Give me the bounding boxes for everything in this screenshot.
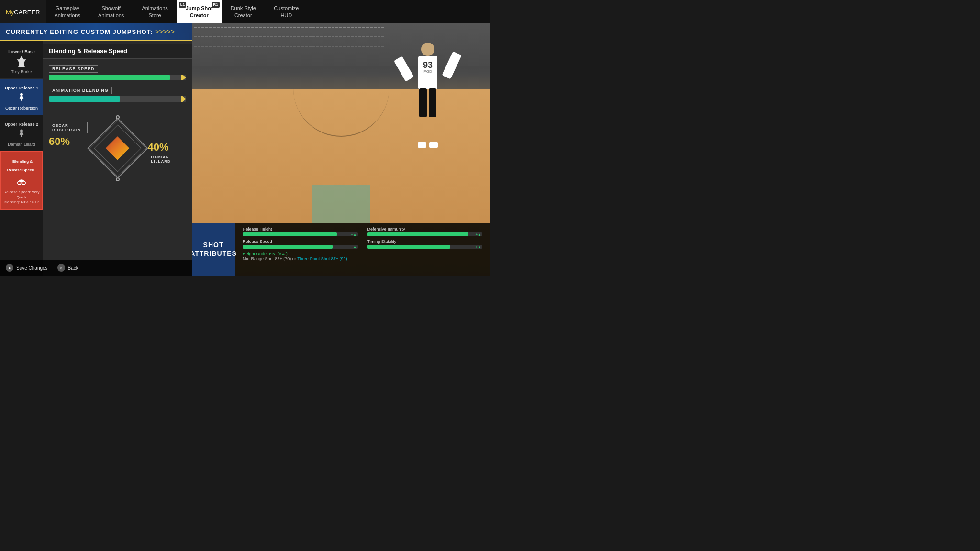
- footnote-height: Height Under 6'5" (6'4"): [243, 252, 288, 256]
- nav-jump-shot[interactable]: L1 Jump Shot Creator R1: [177, 0, 222, 23]
- svg-point-0: [18, 181, 21, 185]
- blend-release-title: Blending & Release Speed: [43, 44, 192, 59]
- animation-blend-track[interactable]: [49, 96, 186, 102]
- shot-attributes-label: SHOT ATTRIBUTES: [192, 223, 235, 276]
- save-label: Save Changes: [16, 265, 48, 271]
- release-speed-arrow: [181, 75, 186, 80]
- attr-release-speed: Release Speed +▲: [243, 239, 358, 249]
- nav-gameplay[interactable]: Gameplay Animations: [46, 0, 89, 23]
- header-banner: CURRENTLY EDITING CUSTOM JUMPSHOT: >>>>>: [0, 23, 192, 41]
- attr-timing-stability: Timing Stability +▲: [368, 239, 483, 249]
- timing-stability-track: +▲: [368, 245, 483, 249]
- timing-stability-fill: [368, 245, 450, 249]
- blending-icon: [15, 175, 28, 188]
- player2-name: DAMIAN LILLARD: [148, 154, 187, 165]
- player-silhouette: 93 PGD: [404, 43, 452, 148]
- attr-release-height: Release Height +▲: [243, 227, 358, 236]
- defensive-immunity-marker: +▲: [475, 232, 481, 237]
- release-speed-bar-fill: [243, 245, 333, 249]
- player1-name: OSCAR ROBERTSON: [49, 122, 88, 133]
- animation-blend-arrow: [181, 96, 186, 102]
- footnote-three: Three-Point Shot 87+ (99): [297, 256, 347, 261]
- release-speed-fill: [49, 75, 170, 80]
- header-arrows: >>>>>: [155, 28, 175, 35]
- back-label: Back: [68, 265, 78, 271]
- sliders-section: RELEASE SPEED ANIMATION BLENDING: [43, 59, 192, 111]
- player-leg-right: [429, 88, 436, 117]
- blend-player1: OSCAR ROBERTSON 60%: [49, 122, 88, 148]
- sidebar-item-lower-base[interactable]: Lower / Base Trey Burke: [0, 43, 43, 79]
- back-icon: ○: [57, 264, 65, 272]
- defensive-immunity-track: +▲: [368, 232, 483, 236]
- blending-label: Blending & Release Speed: [7, 157, 36, 173]
- player2-pct: 40%: [148, 141, 187, 154]
- attr-bars-grid: Release Height +▲ Defensive Immunity +▲: [243, 227, 482, 249]
- release-height-marker: +▲: [351, 232, 357, 237]
- top-nav: MyCAREER Gameplay Animations Showoff Ani…: [0, 0, 490, 23]
- key-area: [312, 185, 370, 223]
- bottom-bar: ● Save Changes ○ Back: [0, 260, 192, 276]
- blending-detail1: Release Speed: Very Quick: [3, 190, 40, 200]
- player-shoes: [418, 142, 438, 148]
- nav-customize-hud[interactable]: Customize HUD: [265, 0, 308, 23]
- player-arm-left: [394, 56, 414, 81]
- three-point-arc: [293, 89, 389, 137]
- release-height-fill: [243, 232, 337, 236]
- footnote-midrange: Mid-Range Shot 87+ (70) or: [243, 256, 296, 261]
- blending-area: OSCAR ROBERTSON 60% 40% DAMIAN LILLARD: [43, 111, 192, 188]
- player1-pct: 60%: [49, 135, 88, 148]
- header-title: CURRENTLY EDITING CUSTOM JUMPSHOT:: [6, 28, 153, 35]
- diamond-container: [91, 122, 144, 175]
- diamond-inner2: [89, 120, 146, 177]
- blending-detail2: Blending: 60% / 40%: [3, 200, 40, 205]
- player-legs: [419, 88, 436, 117]
- sidebar: Lower / Base Trey Burke Upper Release 1 …: [0, 23, 43, 276]
- timing-stability-marker: +▲: [475, 245, 481, 249]
- shoe-right: [429, 142, 438, 148]
- attr-defensive-immunity: Defensive Immunity +▲: [368, 227, 483, 236]
- shoe-left: [418, 142, 426, 148]
- defensive-immunity-fill: [368, 232, 469, 236]
- animation-blend-label: ANIMATION BLENDING: [49, 87, 112, 94]
- upper-release-1-icon: [15, 91, 28, 105]
- sidebar-item-upper-release-1[interactable]: Upper Release 1 Oscar Robertson: [0, 79, 43, 115]
- sidebar-item-upper-release-2[interactable]: Upper Release 2 Damian Lillard: [0, 115, 43, 152]
- release-speed-bar-marker: +▲: [351, 245, 357, 249]
- release-speed-bar-track: +▲: [243, 245, 358, 249]
- player-jersey: 93 PGD: [418, 56, 437, 89]
- back-button[interactable]: ○ Back: [57, 264, 78, 272]
- player-head: [421, 43, 434, 56]
- svg-point-1: [22, 181, 25, 185]
- release-speed-label: RELEASE SPEED: [49, 65, 98, 73]
- nav-dunk-style[interactable]: Dunk Style Creator: [222, 0, 265, 23]
- shot-attr-bars-container: Release Height +▲ Defensive Immunity +▲: [235, 223, 490, 276]
- nav-badge-l: L1: [179, 2, 186, 8]
- brand-career: CAREER: [14, 9, 40, 16]
- shot-attributes-panel: SHOT ATTRIBUTES Release Height +▲ Defens…: [192, 223, 490, 276]
- player-leg-left: [419, 88, 427, 117]
- player-area: 93 PGD: [404, 43, 452, 148]
- save-changes-button[interactable]: ● Save Changes: [6, 264, 48, 272]
- nav-animations-store[interactable]: Animations Store: [133, 0, 177, 23]
- animation-blend-fill: [49, 96, 120, 102]
- upper-release-2-icon: [15, 128, 28, 141]
- release-speed-track[interactable]: [49, 75, 186, 80]
- shot-attr-label-line1: SHOT: [192, 241, 237, 249]
- sidebar-item-blending[interactable]: Blending & Release Speed Release Speed: …: [0, 151, 43, 209]
- brand-logo: MyCAREER: [0, 0, 46, 23]
- court-panel: ▬▬▬▬▬▬▬▬▬▬▬▬▬▬▬▬▬▬▬▬▬▬▬▬▬▬▬▬▬▬▬▬▬▬▬▬▬▬▬▬…: [192, 23, 490, 276]
- lower-base-icon: [15, 55, 28, 68]
- blend-player2: 40% DAMIAN LILLARD: [148, 122, 187, 167]
- brand-my: My: [6, 9, 14, 16]
- save-icon: ●: [6, 264, 13, 272]
- nav-showoff[interactable]: Showoff Animations: [89, 0, 133, 23]
- shot-attr-label-line2: ATTRIBUTES: [192, 249, 237, 258]
- shot-attr-footnote: Height Under 6'5" (6'4") Mid-Range Shot …: [243, 252, 482, 261]
- player-pos-label: PGD: [418, 69, 437, 74]
- player-number: 93: [418, 56, 437, 69]
- release-height-track: +▲: [243, 232, 358, 236]
- center-panel: Blending & Release Speed RELEASE SPEED A…: [43, 23, 192, 276]
- nav-badge-r: R1: [212, 2, 219, 8]
